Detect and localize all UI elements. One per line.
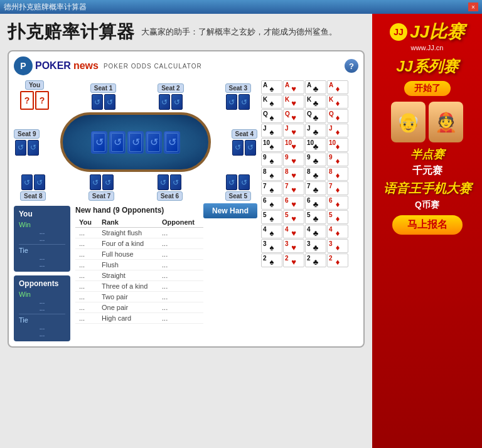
card-8-diamond[interactable]: 8♦ [327,167,348,181]
card-8-club[interactable]: 8♣ [305,167,326,181]
seat-5-cards: ↺ ↺ [226,174,250,190]
community-card-4[interactable]: ↺ [146,131,162,154]
seat-8-card-1[interactable]: ↺ [21,174,33,190]
cell-opponent: ... [158,292,203,302]
stats-column: You Win ... ... Tie ... ... [14,206,70,341]
card-K-club[interactable]: K♣ [305,95,326,109]
card-picker: A♠A♥A♣A♦K♠K♥K♣K♦Q♠Q♥Q♣Q♦J♠J♥J♣J♦10♠10♥10… [261,80,358,341]
card-7-spade[interactable]: 7♠ [261,181,282,195]
card-K-spade[interactable]: K♠ [261,95,282,109]
card-7-diamond[interactable]: 7♦ [327,181,348,195]
seat-2-card-2[interactable]: ↺ [171,94,183,110]
you-tie-label: Tie [19,247,65,254]
card-10-diamond[interactable]: 10♦ [327,138,348,152]
card-2-heart[interactable]: 2♥ [283,253,304,267]
cell-rank: Straight [98,270,158,281]
card-9-diamond[interactable]: 9♦ [327,152,348,166]
card-4-diamond[interactable]: 4♦ [327,225,348,238]
card-10-heart[interactable]: 10♥ [283,138,304,152]
card-3-diamond[interactable]: 3♦ [327,239,348,253]
card-A-diamond[interactable]: A♦ [327,80,348,94]
card-9-heart[interactable]: 9♥ [283,152,304,166]
community-card-3[interactable]: ↺ [127,131,144,154]
seat-7-card-2[interactable]: ↺ [102,174,114,190]
card-6-spade[interactable]: 6♠ [261,196,282,210]
card-8-spade[interactable]: 8♠ [261,167,282,181]
cell-opponent: ... [158,270,203,281]
card-2-spade[interactable]: 2♠ [261,253,282,267]
card-9-club[interactable]: 9♣ [305,152,326,166]
jj-logo-row: JJ JJ比赛 [390,20,464,44]
title-text: 德州扑克赔牌概率计算器 [4,2,87,13]
community-card-5[interactable]: ↺ [164,131,180,154]
table-row: ...Straight... [75,270,203,281]
card-Q-club[interactable]: Q♣ [305,109,326,123]
card-5-heart[interactable]: 5♥ [283,210,304,224]
card-3-spade[interactable]: 3♠ [261,239,282,253]
card-6-diamond[interactable]: 6♦ [327,196,348,210]
jj-start-button[interactable]: 开始了 [404,81,451,96]
card-3-club[interactable]: 3♣ [305,239,326,253]
community-card-1[interactable]: ↺ [91,131,107,154]
card-J-club[interactable]: J♣ [305,124,326,137]
new-hand-button[interactable]: New Hand [203,203,257,218]
card-7-club[interactable]: 7♣ [305,181,326,195]
card-4-spade[interactable]: 4♠ [261,225,282,238]
card-Q-heart[interactable]: Q♥ [283,109,304,123]
card-6-club[interactable]: 6♣ [305,196,326,210]
card-3-heart[interactable]: 3♥ [283,239,304,253]
card-5-diamond[interactable]: 5♦ [327,210,348,224]
card-7-heart[interactable]: 7♥ [283,181,304,195]
card-5-spade[interactable]: 5♠ [261,210,282,224]
seat-6-card-1[interactable]: ↺ [158,174,169,190]
close-button[interactable]: × [468,3,478,11]
community-card-2[interactable]: ↺ [109,131,126,154]
seat-2-card-1[interactable]: ↺ [159,94,170,110]
card-4-club[interactable]: 4♣ [305,225,326,238]
card-2-club[interactable]: 2♣ [305,253,326,267]
card-K-diamond[interactable]: K♦ [327,95,348,109]
bottom-area: You Win ... ... Tie ... ... [14,206,203,341]
opponents-tie-dot: ... [19,305,65,312]
seat-6-card-2[interactable]: ↺ [170,174,181,190]
seat-3-label: Seat 3 [225,83,251,93]
seat-9-card-1[interactable]: ↺ [15,140,26,156]
seat-9-card-2[interactable]: ↺ [28,140,39,156]
card-10-club[interactable]: 10♣ [305,138,326,152]
seat-5-card-2[interactable]: ↺ [238,174,250,190]
you-stats-title: You [19,210,65,218]
card-J-spade[interactable]: J♠ [261,124,282,137]
card-A-club[interactable]: A♣ [305,80,326,94]
seat-1-card-1[interactable]: ↺ [92,94,103,110]
card-Q-spade[interactable]: Q♠ [261,109,282,123]
jj-signup-button[interactable]: 马上报名 [392,215,463,235]
help-button[interactable]: ? [345,59,358,73]
you-tie-value: ... [19,254,65,261]
seat-5-card-1[interactable]: ↺ [226,174,237,190]
card-2-diamond[interactable]: 2♦ [327,253,348,267]
card-8-heart[interactable]: 8♥ [283,167,304,181]
seat-4-card-2[interactable]: ↺ [245,140,256,156]
seat-4-card-1[interactable]: ↺ [232,140,244,156]
card-4-heart[interactable]: 4♥ [283,225,304,238]
card-5-club[interactable]: 5♣ [305,210,326,224]
you-card-1[interactable]: ? [20,91,34,110]
results-tbody: ...Straight flush......Four of a kind...… [75,228,203,324]
card-A-spade[interactable]: A♠ [261,80,282,94]
card-K-heart[interactable]: K♥ [283,95,304,109]
opponents-win-value: ... [19,298,65,305]
opponents-tie-value: ... [19,324,65,331]
you-card-2[interactable]: ? [35,91,49,110]
seat-7-card-1[interactable]: ↺ [90,174,101,190]
seat-8-card-2[interactable]: ↺ [34,174,45,190]
card-J-heart[interactable]: J♥ [283,124,304,137]
card-A-heart[interactable]: A♥ [283,80,304,94]
seat-3-card-1[interactable]: ↺ [226,94,237,110]
card-10-spade[interactable]: 10♠ [261,138,282,152]
seat-1-card-2[interactable]: ↺ [104,94,115,110]
seat-3-card-2[interactable]: ↺ [238,94,250,110]
card-J-diamond[interactable]: J♦ [327,124,348,137]
card-9-spade[interactable]: 9♠ [261,152,282,166]
card-6-heart[interactable]: 6♥ [283,196,304,210]
card-Q-diamond[interactable]: Q♦ [327,109,348,123]
